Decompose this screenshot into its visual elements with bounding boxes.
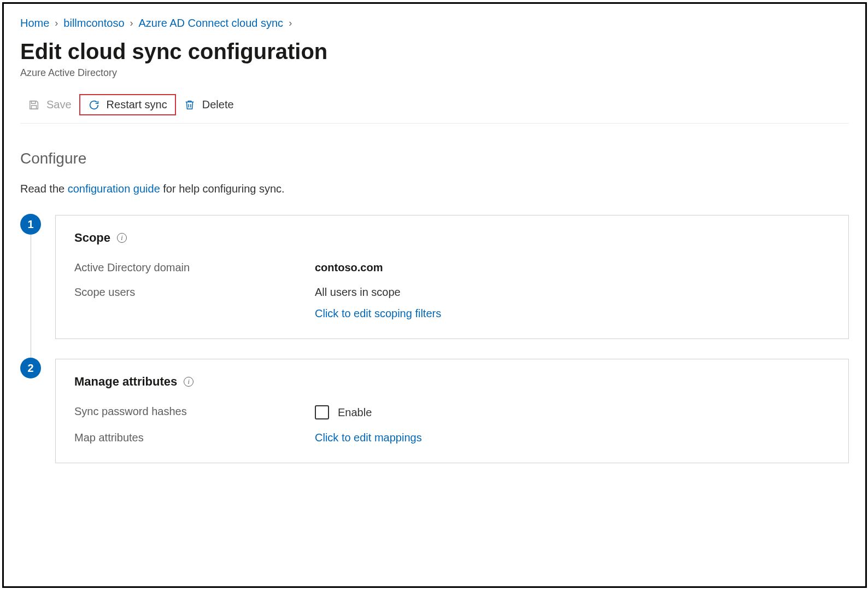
svg-rect-0 xyxy=(31,101,35,103)
svg-rect-1 xyxy=(31,105,36,108)
page-subtitle: Azure Active Directory xyxy=(20,67,849,79)
configure-help-text: Read the configuration guide for help co… xyxy=(20,183,849,195)
chevron-right-icon: › xyxy=(55,18,58,29)
enable-checkbox-label: Enable xyxy=(338,406,372,419)
edit-mappings-link[interactable]: Click to edit mappings xyxy=(315,431,422,444)
save-button[interactable]: Save xyxy=(20,95,79,114)
step-2-badge: 2 xyxy=(20,358,41,378)
enable-checkbox[interactable] xyxy=(315,405,329,419)
scope-users-value: All users in scope xyxy=(315,286,830,299)
map-attributes-label: Map attributes xyxy=(74,431,315,444)
configure-heading: Configure xyxy=(20,150,849,167)
delete-button-label: Delete xyxy=(202,98,234,111)
page-title: Edit cloud sync configuration xyxy=(20,39,849,64)
refresh-icon xyxy=(88,99,100,111)
breadcrumb-home[interactable]: Home xyxy=(20,17,49,30)
breadcrumb-tenant[interactable]: billmcontoso xyxy=(63,17,124,30)
restart-sync-button[interactable]: Restart sync xyxy=(79,94,176,115)
manage-attributes-card-title: Manage attributes i xyxy=(74,375,830,389)
manage-attributes-title-text: Manage attributes xyxy=(74,375,177,389)
edit-scoping-filters-link[interactable]: Click to edit scoping filters xyxy=(315,307,830,320)
trash-icon xyxy=(184,99,196,111)
save-icon xyxy=(28,99,40,111)
scope-step: 1 Scope i Active Directory domain contos… xyxy=(20,215,849,339)
domain-value: contoso.com xyxy=(315,261,830,274)
restart-sync-button-label: Restart sync xyxy=(107,98,167,111)
domain-label: Active Directory domain xyxy=(74,261,315,274)
info-icon[interactable]: i xyxy=(184,377,193,387)
configuration-guide-link[interactable]: configuration guide xyxy=(68,183,160,195)
delete-button[interactable]: Delete xyxy=(176,95,242,114)
breadcrumb-feature[interactable]: Azure AD Connect cloud sync xyxy=(139,17,284,30)
help-suffix: for help configuring sync. xyxy=(160,183,285,195)
scope-users-label: Scope users xyxy=(74,286,315,299)
chevron-right-icon: › xyxy=(130,18,133,29)
save-button-label: Save xyxy=(46,98,72,111)
info-icon[interactable]: i xyxy=(117,233,127,243)
scope-card: Scope i Active Directory domain contoso.… xyxy=(55,215,849,339)
sync-password-hashes-label: Sync password hashes xyxy=(74,405,315,418)
breadcrumb: Home › billmcontoso › Azure AD Connect c… xyxy=(20,17,849,30)
scope-title-text: Scope xyxy=(74,231,110,245)
enable-checkbox-row: Enable xyxy=(315,405,830,419)
manage-attributes-step: 2 Manage attributes i Sync password hash… xyxy=(20,359,849,463)
help-prefix: Read the xyxy=(20,183,68,195)
toolbar: Save Restart sync Delete xyxy=(20,94,849,124)
manage-attributes-card: Manage attributes i Sync password hashes… xyxy=(55,359,849,463)
step-1-badge: 1 xyxy=(20,214,41,235)
scope-card-title: Scope i xyxy=(74,231,830,245)
step-connector-line xyxy=(31,235,31,359)
chevron-right-icon: › xyxy=(289,18,292,29)
